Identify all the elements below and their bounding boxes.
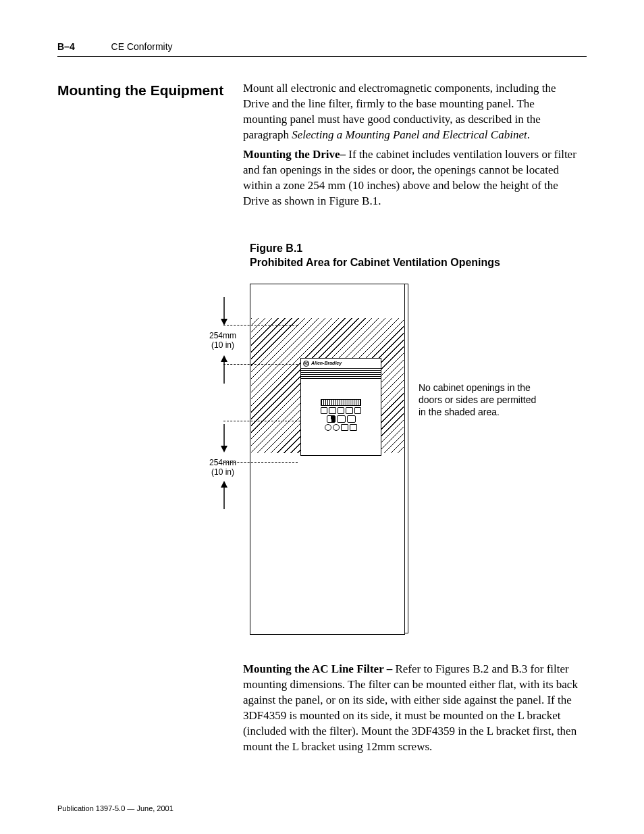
dim-in-lower: (10 in) [211, 467, 234, 477]
para1-italic: Selecting a Mounting Panel and Electrica… [292, 128, 527, 141]
drive-unit: ABAllen-Bradley [300, 358, 381, 456]
dim-mm-upper: 254mm [209, 331, 236, 340]
para1-text-b: . [527, 128, 530, 141]
dim-mm-lower: 254mm [209, 458, 236, 467]
para2-bold: Mounting the Drive– [243, 148, 348, 161]
header-section: CE Conformity [111, 41, 173, 52]
para3-bold: Mounting the AC Line Filter – [243, 662, 395, 675]
drive-button-row-3 [321, 424, 361, 431]
dash-line-1 [223, 325, 298, 325]
dim-in-upper: (10 in) [211, 340, 234, 350]
drive-button-row-2 [321, 415, 361, 423]
figure-number: Figure B.1 [250, 242, 302, 254]
dimension-label-upper: 254mm (10 in) [203, 331, 243, 350]
figure-title: Figure B.1 Prohibited Area for Cabinet V… [250, 242, 500, 270]
dimension-label-lower: 254mm (10 in) [203, 458, 243, 477]
page-number: B–4 [57, 41, 75, 53]
section-heading: Mounting the Equipment [57, 81, 223, 100]
para3-text: Refer to Figures B.2 and B.3 for filter … [243, 662, 578, 753]
publication-footer: Publication 1397-5.0 — June, 2001 [57, 804, 173, 814]
drive-brand-text: Allen-Bradley [311, 361, 342, 365]
drive-screen-icon [321, 399, 361, 406]
paragraph-1: Mount all electronic and electromagnetic… [243, 81, 581, 143]
paragraph-3: Mounting the AC Line Filter – Refer to F… [243, 662, 581, 755]
dash-line-2 [223, 364, 298, 365]
figure-caption: Prohibited Area for Cabinet Ventilation … [250, 257, 500, 268]
drive-vent-lines [301, 370, 381, 379]
svg-marker-5 [221, 446, 227, 452]
cabinet-outline [250, 284, 405, 635]
brand-logo-icon: AB [303, 361, 309, 367]
page-header: B–4 CE Conformity [57, 41, 587, 57]
svg-marker-1 [221, 319, 227, 325]
figure-b1: ABAllen-Bradley 254mm (10 in) 254mm (10 … [203, 277, 567, 642]
figure-side-note: No cabinet openings in the doors or side… [419, 382, 540, 419]
drive-display-panel [321, 399, 361, 431]
paragraph-2: Mounting the Drive– If the cabinet inclu… [243, 147, 581, 209]
drive-brand-label: ABAllen-Bradley [301, 359, 381, 369]
drive-button-row-1 [321, 407, 361, 414]
